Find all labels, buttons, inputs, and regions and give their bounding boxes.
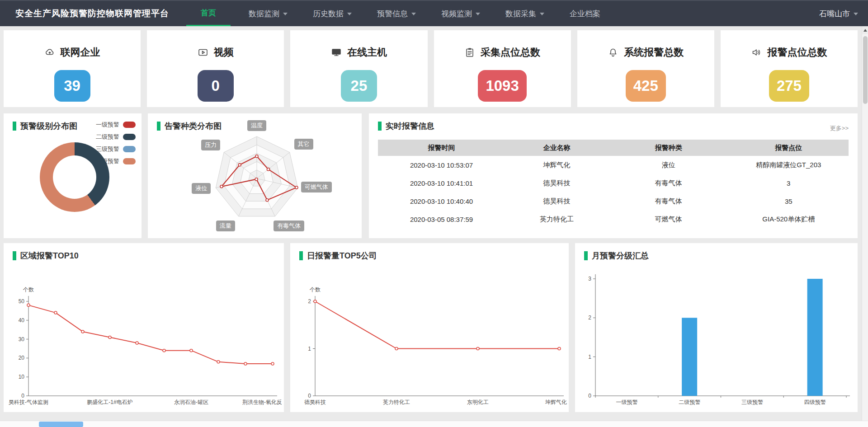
nav-item-历史数据[interactable]: 历史数据 [306, 1, 359, 26]
stat-card-head: 系统报警总数 [608, 46, 684, 59]
svg-text:永润石油-罐区: 永润石油-罐区 [174, 399, 208, 405]
legend-label: 二级预警 [96, 133, 119, 141]
table-row[interactable]: 2020-03-05 08:37:59英力特化工可燃气体GIA-520单体贮槽 [378, 210, 849, 228]
region-selector[interactable]: 石嘴山市 [819, 1, 858, 26]
nav-item-label: 视频监测 [441, 9, 472, 19]
legend-item-二级预警[interactable]: 二级预警 [96, 133, 136, 141]
chevron-down-icon [540, 13, 544, 18]
table-cell: 2020-03-10 10:41:01 [378, 179, 505, 187]
svg-text:二级预警: 二级预警 [679, 399, 700, 405]
monitor-icon [331, 47, 342, 58]
stat-card-在线主机: 在线主机25 [290, 30, 427, 107]
stat-card-value: 25 [341, 70, 377, 102]
horizontal-scrollbar[interactable] [0, 421, 868, 427]
radar-axis-label-其它: 其它 [294, 139, 313, 150]
stat-card-value: 0 [198, 70, 234, 102]
donut-hole [53, 155, 96, 199]
nav-item-数据采集[interactable]: 数据采集 [498, 1, 552, 26]
stat-card-label: 采集点位总数 [481, 46, 540, 59]
svg-text:鹏盛化工-1#电石炉: 鹏盛化工-1#电石炉 [87, 399, 132, 405]
stat-card-视频: 视频0 [147, 30, 284, 107]
nav-item-label: 数据采集 [505, 9, 536, 19]
chevron-down-icon [283, 13, 288, 18]
stat-card-head: 视频 [198, 46, 234, 59]
svg-text:昊科技-气体监测: 昊科技-气体监测 [9, 399, 48, 405]
more-link[interactable]: 更多>> [830, 124, 849, 132]
region-label: 石嘴山市 [819, 9, 850, 19]
horizontal-scrollbar-thumb[interactable] [39, 422, 83, 427]
stat-card-value: 1093 [478, 70, 526, 102]
radar-axis-label-液位: 液位 [192, 183, 211, 194]
svg-text:英力特化工: 英力特化工 [383, 399, 410, 405]
legend-item-一级预警[interactable]: 一级预警 [96, 121, 136, 129]
table-cell: 坤辉气化 [505, 161, 609, 169]
table-row[interactable]: 2020-03-10 10:41:01德昊科技有毒气体3 [378, 174, 849, 192]
table-cell: 2020-03-10 10:53:07 [378, 161, 505, 169]
svg-text:0: 0 [308, 393, 311, 399]
table-cell: 3 [729, 179, 849, 187]
app-title: 安全生产风险预警防控物联网管理平台 [15, 1, 169, 26]
nav-item-label: 数据监测 [249, 9, 279, 19]
top-nav: 安全生产风险预警防控物联网管理平台 首页数据监测历史数据预警信息视频监测数据采集… [0, 0, 868, 26]
line-chart: 012个数德昊科技英力特化工东明化工坤辉气化 [290, 243, 569, 412]
bar-chart: 0123一级预警二级预警三级预警四级预警 [575, 243, 858, 412]
svg-text:1: 1 [308, 346, 311, 352]
stat-card-head: 采集点位总数 [464, 46, 540, 59]
table-row[interactable]: 2020-03-10 10:53:07坤辉气化液位精醇南罐液位GT_203 [378, 156, 849, 174]
realtime-alarm-table: 报警时间企业名称报警种类报警点位2020-03-10 10:53:07坤辉气化液… [378, 140, 849, 228]
table-header-企业名称: 企业名称 [505, 144, 609, 152]
legend-item-三级预警[interactable]: 三级预警 [96, 145, 136, 153]
table-header-row: 报警时间企业名称报警种类报警点位 [378, 140, 849, 156]
radar-axis-label-流量: 流量 [216, 221, 235, 231]
stat-cards-row: 联网企业39视频0在线主机25采集点位总数1093系统报警总数425报警点位总数… [4, 30, 858, 107]
chevron-down-icon [411, 13, 416, 18]
legend-swatch [123, 134, 136, 140]
nav-item-预警信息[interactable]: 预警信息 [370, 1, 423, 26]
stat-card-label: 报警点位总数 [767, 46, 827, 59]
svg-text:2: 2 [588, 314, 591, 321]
radar-axis-label-温度: 温度 [247, 120, 266, 131]
panel-realtime-alarms: 实时报警信息 更多>> 报警时间企业名称报警种类报警点位2020-03-10 1… [369, 113, 858, 238]
radar-chart [148, 113, 362, 238]
arrow-up-icon [863, 27, 867, 32]
svg-text:坤辉气化: 坤辉气化 [545, 399, 567, 405]
vertical-scrollbar-thumb[interactable] [863, 36, 868, 104]
svg-text:0: 0 [21, 393, 24, 399]
panel-alarm-type-distribution: 告警种类分布图 温度其它可燃气体有毒气体流量液位压力 [148, 113, 362, 238]
nav-menu: 首页数据监测历史数据预警信息视频监测数据采集企业档案 [186, 1, 608, 26]
svg-text:德昊科技: 德昊科技 [304, 399, 326, 405]
stat-card-label: 视频 [214, 46, 234, 59]
stat-card-head: 在线主机 [331, 46, 387, 59]
nav-item-label: 首页 [201, 8, 216, 18]
panel-title-row: 实时报警信息 [378, 121, 434, 131]
table-header-报警种类: 报警种类 [609, 144, 728, 152]
svg-text:荆洪生物-氧化反: 荆洪生物-氧化反 [242, 399, 282, 405]
vertical-scrollbar[interactable] [862, 26, 868, 427]
svg-text:东明化工: 东明化工 [467, 399, 489, 405]
nav-item-首页[interactable]: 首页 [186, 1, 231, 26]
stat-card-head: 联网企业 [44, 46, 100, 59]
stat-card-value: 425 [626, 70, 666, 102]
nav-item-企业档案[interactable]: 企业档案 [562, 1, 608, 26]
stat-card-head: 报警点位总数 [751, 46, 827, 59]
svg-text:2: 2 [308, 298, 311, 305]
scroll-up-button[interactable] [862, 26, 868, 34]
table-row[interactable]: 2020-03-10 10:40:40德昊科技有毒气体35 [378, 192, 849, 210]
title-accent-bar [378, 122, 382, 131]
nav-item-数据监测[interactable]: 数据监测 [241, 1, 295, 26]
svg-text:0: 0 [588, 393, 591, 399]
chevron-down-icon [854, 13, 858, 18]
video-icon [198, 47, 208, 58]
stat-card-label: 联网企业 [61, 46, 100, 59]
table-cell: 有毒气体 [609, 179, 728, 188]
stat-card-报警点位总数: 报警点位总数275 [721, 30, 858, 107]
stat-card-采集点位总数: 采集点位总数1093 [434, 30, 571, 107]
stat-card-系统报警总数: 系统报警总数425 [577, 30, 714, 107]
nav-item-视频监测[interactable]: 视频监测 [434, 1, 487, 26]
legend-swatch [123, 158, 136, 164]
table-cell: 可燃气体 [609, 215, 728, 224]
stat-card-value: 275 [769, 70, 809, 102]
svg-text:个数: 个数 [309, 286, 321, 293]
bell-icon [608, 47, 618, 58]
chevron-down-icon [347, 13, 352, 18]
